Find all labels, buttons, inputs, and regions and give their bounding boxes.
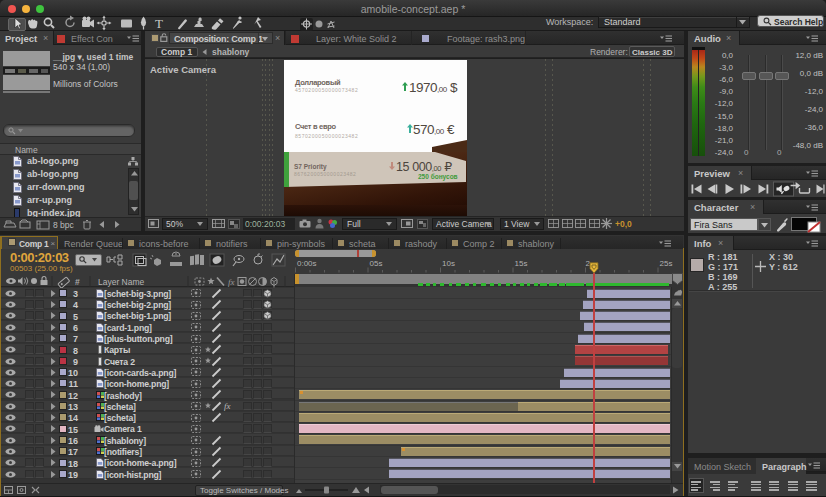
svg-text:fx: fx	[228, 277, 235, 287]
svg-text:T: T	[155, 16, 163, 31]
svg-text:#: #	[75, 277, 80, 287]
svg-text:8 bpc: 8 bpc	[53, 220, 75, 230]
svg-text:Layer Name: Layer Name	[98, 277, 145, 287]
